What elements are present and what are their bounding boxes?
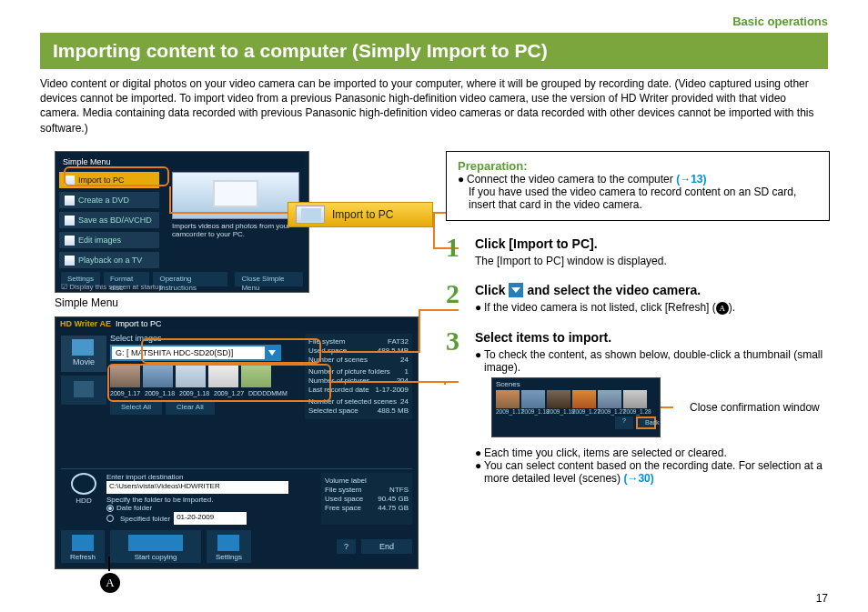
step-1-sub: The [Import to PC] window is displayed. bbox=[475, 255, 830, 267]
intro-text: Video content or digital photos on your … bbox=[40, 76, 828, 135]
thumbnail[interactable] bbox=[208, 365, 238, 387]
dest-path-input[interactable]: C:\Users\vista\Videos\HDWRITER bbox=[106, 481, 288, 494]
thumbnail[interactable] bbox=[176, 365, 206, 387]
sm-item-l: Create a DVD bbox=[78, 196, 129, 205]
step-number: 2 bbox=[446, 280, 475, 315]
close-confirm-label: Close confirmation window bbox=[690, 401, 820, 414]
chevron-down-icon[interactable] bbox=[265, 346, 279, 359]
thumbnail[interactable] bbox=[110, 365, 140, 387]
sm-opinst-button[interactable]: Operating instructions bbox=[153, 272, 227, 286]
monitor-icon bbox=[65, 176, 75, 186]
sm-checkbox[interactable]: ☑ Display this screen at startup bbox=[61, 283, 163, 291]
scenes-win-title: Scenes bbox=[496, 380, 656, 388]
link-p30[interactable]: (→30) bbox=[623, 472, 653, 485]
import-to-pc-callout-button[interactable]: Import to PC bbox=[288, 202, 433, 227]
step-number: 1 bbox=[446, 234, 475, 267]
orange-arrow bbox=[661, 406, 673, 408]
hdd-icon bbox=[71, 473, 96, 495]
scenes-help-button[interactable]: ? bbox=[615, 416, 633, 429]
sm-item-l: Playback on a TV bbox=[78, 256, 142, 265]
step-3-bullet2: ●Each time you click, items are selected… bbox=[475, 446, 830, 459]
end-button[interactable]: End bbox=[361, 539, 412, 554]
step-2-bullet: ●If the video camera is not listed, clic… bbox=[475, 301, 830, 315]
sm-item-import[interactable]: Import to PC bbox=[59, 172, 159, 188]
radio-spec-folder[interactable]: Specified folder 01-20-2009 bbox=[106, 512, 321, 525]
settings-button[interactable]: Settings bbox=[207, 530, 251, 563]
iw-app: HD Writer AE bbox=[60, 319, 111, 328]
sm-item-bd[interactable]: Save as BD/AVCHD bbox=[59, 212, 159, 228]
select-all-button[interactable]: Select All bbox=[110, 400, 162, 415]
connector-line bbox=[331, 381, 446, 383]
connector-line bbox=[322, 351, 420, 353]
page-title: Importing content to a computer (Simply … bbox=[40, 33, 828, 69]
sm-item-l: Edit images bbox=[78, 236, 121, 245]
prep-line2: If you have used the video camera to rec… bbox=[469, 186, 818, 211]
prep-title: Preparation: bbox=[458, 159, 818, 173]
thumbnail[interactable] bbox=[241, 365, 271, 387]
iw-title: Import to PC bbox=[116, 319, 162, 328]
page-number: 17 bbox=[816, 592, 828, 605]
sm-item-tv[interactable]: Playback on a TV bbox=[59, 252, 159, 268]
date-value-input[interactable]: 01-20-2009 bbox=[174, 512, 247, 525]
scene-thumb[interactable] bbox=[521, 390, 545, 408]
link-p13[interactable]: (→13) bbox=[676, 173, 706, 186]
sm-close-button[interactable]: Close Simple Menu bbox=[235, 272, 303, 286]
iw-action-row: Refresh Start copying Settings ? End bbox=[61, 530, 412, 563]
preparation-box: Preparation: ●Connect the video camera t… bbox=[446, 151, 830, 221]
sm-right-panel: Imports videos and photos from your camc… bbox=[172, 172, 299, 239]
sm-item-l: Import to PC bbox=[78, 176, 125, 185]
gear-icon bbox=[217, 535, 239, 551]
iw-destination: HDD Enter import destination C:\Users\vi… bbox=[61, 468, 412, 525]
radio-date-folder[interactable]: Date folder bbox=[106, 504, 321, 512]
scene-thumb[interactable] bbox=[598, 390, 621, 408]
right-column: Preparation: ●Connect the video camera t… bbox=[446, 151, 830, 497]
scene-thumb[interactable] bbox=[572, 390, 596, 408]
scenes-window: Scenes 2009_1.17 2009_1.18 2009_1.18 200… bbox=[491, 377, 661, 437]
start-copying-button[interactable]: Start copying bbox=[110, 530, 201, 563]
iw-other-tab[interactable] bbox=[61, 376, 106, 405]
breadcrumb: Basic operations bbox=[732, 15, 828, 28]
copy-icon bbox=[128, 535, 183, 551]
step-1-heading: Click [Import to PC]. bbox=[475, 236, 830, 251]
prep-line1: Connect the video camera to the computer… bbox=[467, 173, 706, 186]
scenes-back-button[interactable]: Back bbox=[636, 416, 656, 429]
connector-line bbox=[169, 186, 171, 212]
step-3-bullet1: ●To check the content, as shown below, d… bbox=[475, 348, 830, 374]
scene-thumb[interactable] bbox=[496, 390, 520, 408]
scene-thumb[interactable] bbox=[623, 390, 647, 408]
disc-icon bbox=[65, 216, 75, 226]
scene-thumb[interactable] bbox=[547, 390, 570, 408]
scenes-thumb-row: Scenes 2009_1.17 2009_1.18 2009_1.18 200… bbox=[491, 377, 830, 437]
connector-line bbox=[433, 212, 435, 248]
dropdown-arrow-icon bbox=[509, 283, 523, 297]
step-number: 3 bbox=[446, 327, 475, 485]
import-window-screenshot: HD Writer AE Import to PC Movie Select i… bbox=[55, 316, 419, 569]
step-3-bullet3: ●You can select content based on the rec… bbox=[475, 459, 830, 485]
iw-info-panel: File systemFAT32 Used space488.5 MB Numb… bbox=[305, 334, 412, 419]
edit-icon bbox=[65, 236, 75, 246]
refresh-button[interactable]: Refresh bbox=[61, 530, 105, 563]
iw-camera-dropdown[interactable]: G: [ MATSHITA HDC-SD20(SD)] bbox=[110, 345, 281, 361]
sm-item-l: Save as BD/AVCHD bbox=[78, 216, 152, 225]
enter-dest-label: Enter import destination bbox=[106, 473, 321, 481]
sm-item-edit[interactable]: Edit images bbox=[59, 232, 159, 248]
sm-title: Simple Menu bbox=[59, 156, 305, 168]
iw-movie-tab[interactable]: Movie bbox=[61, 336, 106, 372]
iw-left-tabs: Movie bbox=[61, 336, 106, 408]
step-1: 1 Click [Import to PC]. The [Import to P… bbox=[446, 234, 830, 267]
step-2: 2 Click and select the video camera. ●If… bbox=[446, 280, 830, 315]
refresh-icon bbox=[72, 535, 94, 551]
sm-desc: Imports videos and photos from your camc… bbox=[172, 223, 299, 239]
step-2-heading: Click and select the video camera. bbox=[475, 283, 830, 297]
marker-a-icon: A bbox=[716, 302, 729, 315]
help-button[interactable]: ? bbox=[337, 539, 356, 554]
simple-menu-screenshot: Simple Menu Import to PC Create a DVD Sa… bbox=[55, 151, 309, 293]
step-3-heading: Select items to import. bbox=[475, 330, 830, 345]
monitor-icon bbox=[296, 206, 325, 224]
sm-item-dvd[interactable]: Create a DVD bbox=[59, 192, 159, 208]
callout-btn-label: Import to PC bbox=[332, 208, 393, 221]
connector-line bbox=[169, 212, 288, 214]
simple-menu-caption: Simple Menu bbox=[55, 296, 419, 309]
clear-all-button[interactable]: Clear All bbox=[166, 400, 215, 415]
thumbnail[interactable] bbox=[143, 365, 173, 387]
